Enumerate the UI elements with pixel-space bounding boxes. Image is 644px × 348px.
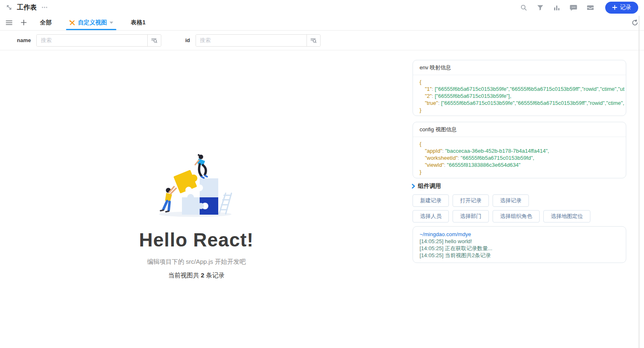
tab-tools — [6, 15, 27, 30]
name-search-input[interactable] — [37, 35, 147, 46]
console-log-line: [14:05:25] 正在获取记录数量... — [420, 245, 619, 252]
view-list-icon[interactable] — [6, 20, 12, 26]
more-ellipsis-icon[interactable] — [41, 4, 48, 11]
console-log-line: [14:05:25] 当前视图共2条记录 — [420, 252, 619, 259]
env-card-title: env 映射信息 — [413, 60, 626, 75]
filter-id-label: id — [185, 37, 190, 43]
view-tab-bar: 全部 自定义视图 表格1 — [0, 15, 644, 31]
components-section-header: 组件调用 — [412, 182, 441, 190]
json-line: "appId": "baccecaa-36eb-452b-b178-7b4a14… — [420, 147, 619, 154]
tab-custom-view-label: 自定义视图 — [78, 19, 107, 26]
scrollbar-track-line[interactable] — [639, 16, 639, 348]
tab-table1[interactable]: 表格1 — [131, 15, 146, 30]
json-line: "viewId": "66555f81383886c3e654d634" — [420, 161, 619, 168]
wrench-tools-icon — [69, 19, 75, 26]
select-department-button[interactable]: 选择部门 — [453, 210, 489, 223]
select-user-button[interactable]: 选择人员 — [413, 210, 449, 223]
count-suffix: 条记录 — [204, 272, 224, 279]
record-count-line: 当前视图共 2 条记录 — [0, 272, 393, 279]
json-line: { — [420, 78, 619, 85]
filter-name-group — [36, 34, 161, 47]
component-buttons-row2: 选择人员 选择部门 选择组织角色 选择地图定位 — [413, 210, 590, 223]
config-json-viewer: { "appId": "baccecaa-36eb-452b-b178-7b4a… — [413, 137, 626, 178]
chevron-right-icon[interactable] — [412, 184, 415, 189]
filter-bar: name id — [0, 31, 644, 50]
caret-down-icon[interactable] — [109, 21, 113, 24]
config-card-title: config 视图信息 — [413, 122, 626, 137]
select-map-location-button[interactable]: 选择地图定位 — [543, 210, 590, 223]
config-info-card: config 视图信息 { "appId": "baccecaa-36eb-45… — [413, 122, 626, 178]
worksheet-page: 工作表 — [0, 0, 644, 348]
component-buttons-row1: 新建记录 打开记录 选择记录 — [413, 194, 529, 207]
json-line: } — [420, 107, 619, 114]
env-json-viewer: { "1": ["66555f6b5a6715c0153b59fe","6655… — [413, 75, 626, 116]
components-section-title: 组件调用 — [418, 182, 441, 190]
plus-icon — [612, 5, 617, 10]
page-title: 工作表 — [17, 3, 37, 12]
filter-name-label: name — [17, 37, 31, 43]
tab-custom-view[interactable]: 自定义视图 — [69, 15, 113, 30]
json-line: "1": ["66555f6b5a6715c0153b59fe","66555f… — [420, 85, 619, 92]
count-value: 2 — [201, 272, 204, 279]
tab-all[interactable]: 全部 — [40, 15, 52, 30]
main-content: Hello React! 编辑项目下的 src/App.js 开始开发吧 当前视… — [0, 50, 393, 348]
json-line: } — [420, 168, 619, 175]
tab-table1-label: 表格1 — [131, 19, 146, 26]
json-line: "true": ["66555f6b5a6715c0153b59fe","665… — [420, 99, 619, 107]
env-info-card: env 映射信息 { "1": ["66555f6b5a6715c0153b59… — [413, 60, 626, 116]
hello-title: Hello React! — [0, 229, 393, 251]
hello-subtitle: 编辑项目下的 src/App.js 开始开发吧 — [0, 258, 393, 266]
console-log-card: ~/mingdao.com/mdye [14:05:25] hello worl… — [413, 226, 626, 263]
open-record-button[interactable]: 打开记录 — [453, 194, 489, 207]
puzzle-teamwork-illustration — [157, 152, 236, 218]
count-prefix: 当前视图共 — [168, 272, 201, 279]
filter-icon[interactable] — [537, 4, 544, 11]
id-search-input[interactable] — [196, 35, 307, 46]
json-line: { — [420, 140, 619, 147]
id-adv-search-icon[interactable] — [307, 35, 320, 46]
expand-icon[interactable] — [6, 4, 12, 11]
filter-id-group — [196, 34, 321, 47]
console-link[interactable]: ~/mingdao.com/mdye — [420, 231, 619, 238]
tab-all-label: 全部 — [40, 19, 52, 26]
add-record-label: 记录 — [620, 4, 631, 11]
add-view-icon[interactable] — [21, 19, 27, 26]
console-log-line: [14:05:25] hello world! — [420, 238, 619, 245]
json-line: "2": ["66555f6b5a6715c0153b59fe"], — [420, 92, 619, 99]
refresh-wrap — [632, 15, 638, 30]
refresh-icon[interactable] — [632, 19, 638, 26]
json-line: "worksheetId": "66555f6b5a6715c0153b59fd… — [420, 154, 619, 161]
select-org-role-button[interactable]: 选择组织角色 — [493, 210, 540, 223]
top-bar-actions: 记录 — [520, 2, 638, 14]
add-record-button[interactable]: 记录 — [605, 2, 638, 14]
top-bar: 工作表 — [0, 0, 644, 15]
new-record-button[interactable]: 新建记录 — [413, 194, 449, 207]
inbox-icon[interactable] — [587, 4, 594, 11]
search-icon[interactable] — [520, 4, 527, 11]
top-bar-left: 工作表 — [6, 3, 48, 12]
select-record-button[interactable]: 选择记录 — [493, 194, 529, 207]
name-adv-search-icon[interactable] — [147, 35, 161, 46]
comment-icon[interactable] — [570, 4, 577, 11]
chart-icon[interactable] — [553, 4, 560, 11]
